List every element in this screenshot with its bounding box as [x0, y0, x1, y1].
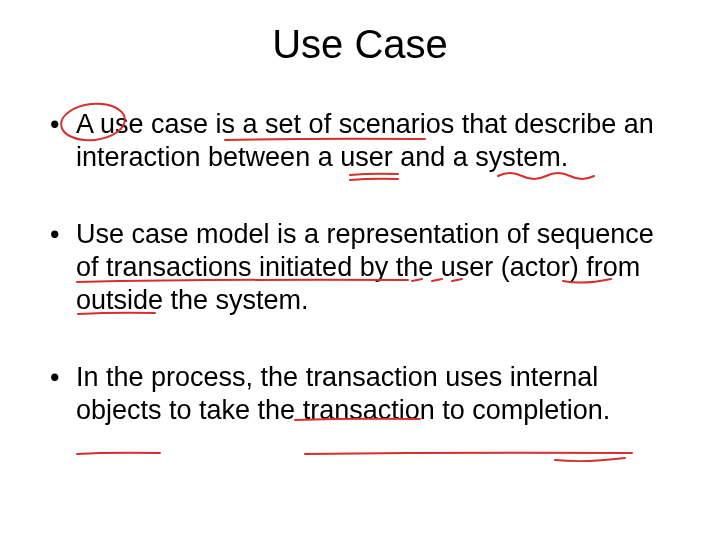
slide-body: A use case is a set of scenarios that de…	[48, 108, 680, 471]
bullet-item: Use case model is a representation of se…	[48, 218, 680, 317]
bullet-item: A use case is a set of scenarios that de…	[48, 108, 680, 174]
slide: Use Case A use case is a set of scenario…	[0, 0, 720, 540]
bullet-item: In the process, the transaction uses int…	[48, 361, 680, 427]
slide-title: Use Case	[0, 22, 720, 67]
bullet-list: A use case is a set of scenarios that de…	[48, 108, 680, 427]
